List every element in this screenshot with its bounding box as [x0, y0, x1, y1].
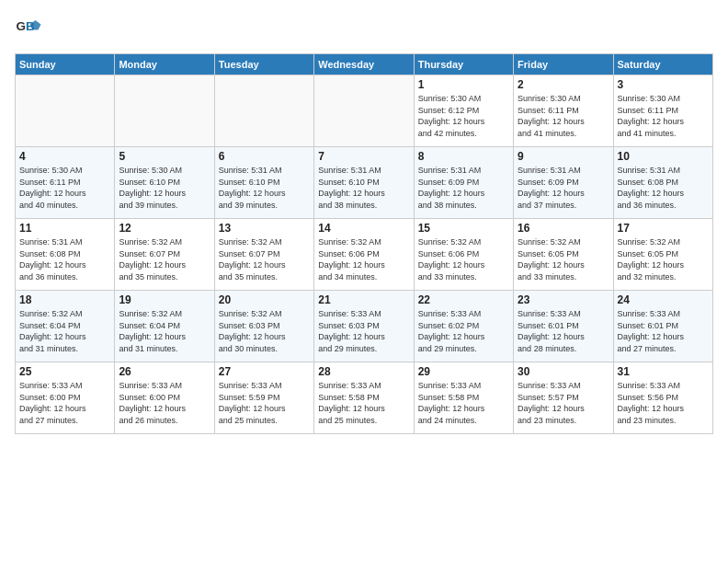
- day-number: 14: [318, 222, 409, 235]
- weekday-header-row: SundayMondayTuesdayWednesdayThursdayFrid…: [16, 54, 713, 75]
- svg-text:G: G: [17, 19, 27, 33]
- weekday-header-thursday: Thursday: [414, 54, 513, 75]
- day-info: Sunrise: 5:32 AM Sunset: 6:05 PM Dayligh…: [518, 236, 609, 282]
- day-cell: 25Sunrise: 5:33 AM Sunset: 6:00 PM Dayli…: [16, 362, 115, 434]
- day-info: Sunrise: 5:31 AM Sunset: 6:10 PM Dayligh…: [318, 165, 409, 211]
- day-number: 31: [618, 365, 709, 378]
- day-number: 30: [518, 365, 609, 378]
- day-info: Sunrise: 5:32 AM Sunset: 6:04 PM Dayligh…: [119, 308, 210, 354]
- day-cell: 21Sunrise: 5:33 AM Sunset: 6:03 PM Dayli…: [314, 291, 414, 362]
- day-info: Sunrise: 5:33 AM Sunset: 6:00 PM Dayligh…: [119, 380, 210, 426]
- day-number: 21: [318, 293, 409, 306]
- day-cell: 4Sunrise: 5:30 AM Sunset: 6:11 PM Daylig…: [16, 147, 115, 219]
- day-cell: 17Sunrise: 5:32 AM Sunset: 6:05 PM Dayli…: [613, 219, 712, 291]
- day-cell: 20Sunrise: 5:32 AM Sunset: 6:03 PM Dayli…: [214, 291, 313, 362]
- day-cell: 14Sunrise: 5:32 AM Sunset: 6:06 PM Dayli…: [314, 219, 414, 291]
- day-info: Sunrise: 5:33 AM Sunset: 5:56 PM Dayligh…: [618, 380, 709, 426]
- day-info: Sunrise: 5:31 AM Sunset: 6:10 PM Dayligh…: [219, 165, 310, 211]
- calendar-container: G B SundayMondayTuesdayWednesdayThursday…: [0, 0, 728, 443]
- day-info: Sunrise: 5:30 AM Sunset: 6:12 PM Dayligh…: [418, 93, 509, 139]
- day-cell: 16Sunrise: 5:32 AM Sunset: 6:05 PM Dayli…: [514, 219, 613, 291]
- week-row-3: 11Sunrise: 5:31 AM Sunset: 6:08 PM Dayli…: [16, 219, 713, 291]
- day-info: Sunrise: 5:32 AM Sunset: 6:06 PM Dayligh…: [318, 236, 409, 282]
- day-number: 28: [318, 365, 409, 378]
- day-cell: 19Sunrise: 5:32 AM Sunset: 6:04 PM Dayli…: [115, 291, 214, 362]
- day-cell: 3Sunrise: 5:30 AM Sunset: 6:11 PM Daylig…: [613, 75, 712, 147]
- weekday-header-saturday: Saturday: [613, 54, 712, 75]
- week-row-4: 18Sunrise: 5:32 AM Sunset: 6:04 PM Dayli…: [16, 291, 713, 362]
- day-number: 7: [318, 150, 409, 163]
- weekday-header-sunday: Sunday: [16, 54, 115, 75]
- day-cell: 13Sunrise: 5:32 AM Sunset: 6:07 PM Dayli…: [214, 219, 313, 291]
- day-number: 5: [119, 150, 210, 163]
- day-cell: 11Sunrise: 5:31 AM Sunset: 6:08 PM Dayli…: [16, 219, 115, 291]
- day-cell: 1Sunrise: 5:30 AM Sunset: 6:12 PM Daylig…: [414, 75, 513, 147]
- day-info: Sunrise: 5:32 AM Sunset: 6:05 PM Dayligh…: [618, 236, 709, 282]
- day-info: Sunrise: 5:30 AM Sunset: 6:10 PM Dayligh…: [119, 165, 210, 211]
- day-info: Sunrise: 5:30 AM Sunset: 6:11 PM Dayligh…: [518, 93, 609, 139]
- day-cell: 22Sunrise: 5:33 AM Sunset: 6:02 PM Dayli…: [414, 291, 513, 362]
- day-number: 19: [119, 293, 210, 306]
- day-number: 4: [19, 150, 110, 163]
- day-cell: [115, 75, 214, 147]
- logo: G B: [15, 15, 46, 42]
- day-number: 15: [418, 222, 509, 235]
- day-number: 16: [518, 222, 609, 235]
- day-info: Sunrise: 5:32 AM Sunset: 6:07 PM Dayligh…: [119, 236, 210, 282]
- day-cell: [16, 75, 115, 147]
- day-cell: 8Sunrise: 5:31 AM Sunset: 6:09 PM Daylig…: [414, 147, 513, 219]
- day-cell: 6Sunrise: 5:31 AM Sunset: 6:10 PM Daylig…: [214, 147, 313, 219]
- header: G B: [15, 15, 713, 42]
- week-row-5: 25Sunrise: 5:33 AM Sunset: 6:00 PM Dayli…: [16, 362, 713, 434]
- day-number: 6: [219, 150, 310, 163]
- weekday-header-monday: Monday: [115, 54, 214, 75]
- day-cell: 31Sunrise: 5:33 AM Sunset: 5:56 PM Dayli…: [613, 362, 712, 434]
- day-info: Sunrise: 5:32 AM Sunset: 6:03 PM Dayligh…: [219, 308, 310, 354]
- week-row-1: 1Sunrise: 5:30 AM Sunset: 6:12 PM Daylig…: [16, 75, 713, 147]
- day-cell: 5Sunrise: 5:30 AM Sunset: 6:10 PM Daylig…: [115, 147, 214, 219]
- day-info: Sunrise: 5:33 AM Sunset: 6:03 PM Dayligh…: [318, 308, 409, 354]
- day-cell: 18Sunrise: 5:32 AM Sunset: 6:04 PM Dayli…: [16, 291, 115, 362]
- day-info: Sunrise: 5:32 AM Sunset: 6:06 PM Dayligh…: [418, 236, 509, 282]
- day-info: Sunrise: 5:32 AM Sunset: 6:04 PM Dayligh…: [19, 308, 110, 354]
- day-info: Sunrise: 5:33 AM Sunset: 6:01 PM Dayligh…: [518, 308, 609, 354]
- day-info: Sunrise: 5:33 AM Sunset: 6:01 PM Dayligh…: [618, 308, 709, 354]
- day-number: 27: [219, 365, 310, 378]
- day-info: Sunrise: 5:33 AM Sunset: 5:58 PM Dayligh…: [418, 380, 509, 426]
- day-cell: 7Sunrise: 5:31 AM Sunset: 6:10 PM Daylig…: [314, 147, 414, 219]
- day-info: Sunrise: 5:33 AM Sunset: 6:02 PM Dayligh…: [418, 308, 509, 354]
- day-number: 3: [618, 78, 709, 91]
- day-number: 2: [518, 78, 609, 91]
- day-info: Sunrise: 5:31 AM Sunset: 6:08 PM Dayligh…: [19, 236, 110, 282]
- day-cell: 30Sunrise: 5:33 AM Sunset: 5:57 PM Dayli…: [514, 362, 613, 434]
- weekday-header-tuesday: Tuesday: [214, 54, 313, 75]
- day-cell: 12Sunrise: 5:32 AM Sunset: 6:07 PM Dayli…: [115, 219, 214, 291]
- day-info: Sunrise: 5:31 AM Sunset: 6:08 PM Dayligh…: [618, 165, 709, 211]
- day-cell: 2Sunrise: 5:30 AM Sunset: 6:11 PM Daylig…: [514, 75, 613, 147]
- weekday-header-wednesday: Wednesday: [314, 54, 414, 75]
- day-number: 26: [119, 365, 210, 378]
- day-number: 23: [518, 293, 609, 306]
- day-info: Sunrise: 5:31 AM Sunset: 6:09 PM Dayligh…: [518, 165, 609, 211]
- day-number: 11: [19, 222, 110, 235]
- day-cell: [214, 75, 313, 147]
- day-info: Sunrise: 5:32 AM Sunset: 6:07 PM Dayligh…: [219, 236, 310, 282]
- day-cell: 24Sunrise: 5:33 AM Sunset: 6:01 PM Dayli…: [613, 291, 712, 362]
- day-number: 22: [418, 293, 509, 306]
- day-number: 24: [618, 293, 709, 306]
- day-info: Sunrise: 5:30 AM Sunset: 6:11 PM Dayligh…: [19, 165, 110, 211]
- day-number: 8: [418, 150, 509, 163]
- day-number: 13: [219, 222, 310, 235]
- day-number: 1: [418, 78, 509, 91]
- logo-icon: G B: [15, 15, 42, 42]
- day-cell: [314, 75, 414, 147]
- day-number: 18: [19, 293, 110, 306]
- day-number: 20: [219, 293, 310, 306]
- day-number: 10: [618, 150, 709, 163]
- day-info: Sunrise: 5:33 AM Sunset: 6:00 PM Dayligh…: [19, 380, 110, 426]
- day-cell: 23Sunrise: 5:33 AM Sunset: 6:01 PM Dayli…: [514, 291, 613, 362]
- day-cell: 27Sunrise: 5:33 AM Sunset: 5:59 PM Dayli…: [214, 362, 313, 434]
- day-info: Sunrise: 5:30 AM Sunset: 6:11 PM Dayligh…: [618, 93, 709, 139]
- day-cell: 10Sunrise: 5:31 AM Sunset: 6:08 PM Dayli…: [613, 147, 712, 219]
- day-number: 25: [19, 365, 110, 378]
